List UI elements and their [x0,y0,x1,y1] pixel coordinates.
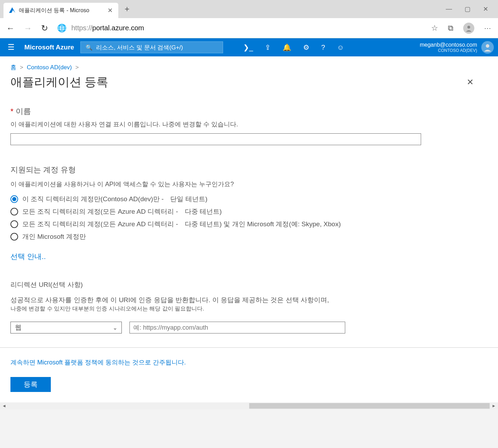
scroll-left-icon[interactable]: ◄ [0,403,8,408]
collections-icon[interactable]: ⧉ [448,24,453,33]
horizontal-scrollbar[interactable]: ◄ ► [0,402,498,409]
redirect-uri-input[interactable] [129,322,345,333]
account-types-help: 이 애플리케이션을 사용하거나 이 API에 액세스할 수 있는 사용자는 누구… [10,180,488,188]
radio-icon [10,195,18,203]
new-tab-button[interactable]: + [118,4,136,14]
favorite-icon[interactable]: ☆ [431,24,438,33]
refresh-button[interactable]: ↻ [41,23,48,33]
name-input[interactable] [10,133,421,145]
radio-label: 이 조직 디렉터리의 계정만(Contoso AD(dev)만 - 단일 테넌트… [22,195,207,204]
url-host: portal.azure.com [92,24,144,32]
settings-icon[interactable]: ⚙ [303,43,309,52]
search-input[interactable]: 🔍 리소스, 서비스 및 문서 검색(G+/) [80,41,223,53]
user-avatar [481,41,494,54]
browser-profile-avatar[interactable] [463,23,474,34]
redirect-desc2: 나중에 변경할 수 있지만 대부분의 인증 시나리오에서는 해당 값이 필요합니… [10,305,488,313]
search-icon: 🔍 [86,44,93,51]
minimize-icon[interactable]: — [446,5,452,13]
feedback-icon[interactable]: ☺ [337,44,344,52]
cloud-shell-icon[interactable]: ❯_ [243,43,253,52]
azure-user-menu[interactable]: meganb@contoso.com CONTOSO AD(DEV) [420,41,498,54]
radio-single-tenant[interactable]: 이 조직 디렉터리의 계정만(Contoso AD(dev)만 - 단일 테넌트… [10,195,488,204]
radio-multi-tenant-personal[interactable]: 모든 조직 디렉터리의 계정(모든 Azure AD 디렉터리 - 다중 테넌트… [10,220,488,229]
user-email: meganb@contoso.com [420,42,477,48]
breadcrumb-tenant[interactable]: Contoso AD(dev) [27,64,72,71]
user-tenant: CONTOSO AD(DEV) [420,48,477,53]
browser-tab[interactable]: 애플리케이션 등록 - Microso ✕ [3,3,118,18]
breadcrumb-home[interactable]: 홈 [10,63,16,71]
footer: 계속하면 Microsoft 플랫폼 정책에 동의하는 것으로 간주됩니다. 등… [0,347,498,402]
notifications-icon[interactable]: 🔔 [283,43,291,52]
radio-personal-only[interactable]: 개인 Microsoft 계정만 [10,232,488,241]
register-button[interactable]: 등록 [10,377,51,392]
policy-link[interactable]: 계속하면 Microsoft 플랫폼 정책에 동의하는 것으로 간주됩니다. [10,358,488,367]
window-controls: — ▢ ✕ [446,5,498,13]
platform-value: 웹 [15,323,22,332]
account-types-radio-group: 이 조직 디렉터리의 계정만(Contoso AD(dev)만 - 단일 테넌트… [10,195,488,241]
hamburger-icon[interactable]: ☰ [4,43,18,52]
redirect-desc1: 성공적으로 사용자를 인증한 후에 이 URI에 인증 응답을 반환합니다. 이… [10,296,488,305]
tab-strip: 애플리케이션 등록 - Microso ✕ + — ▢ ✕ [0,0,498,18]
close-blade-icon[interactable]: ✕ [467,77,488,87]
azure-top-bar: ☰ Microsoft Azure 🔍 리소스, 서비스 및 문서 검색(G+/… [0,38,498,56]
page-title: 애플리케이션 등록 [10,74,108,90]
radio-icon [10,233,18,241]
close-icon[interactable]: ✕ [108,7,113,14]
radio-icon [10,220,18,228]
name-label: *이름 [10,106,488,117]
radio-icon [10,208,18,215]
azure-favicon-icon [9,7,15,14]
person-icon [465,25,472,32]
close-window-icon[interactable]: ✕ [483,5,488,13]
name-help: 이 애플리케이션에 대한 사용자 연결 표시 이름입니다. 나중에 변경할 수 … [10,120,488,128]
chevron-down-icon: ⌄ [113,324,117,331]
address-bar[interactable]: 🌐 https://portal.azure.com [57,24,422,33]
radio-label: 모든 조직 디렉터리의 계정(모든 Azure AD 디렉터리 - 다중 테넌트… [22,207,222,216]
browser-nav-bar: ← → ↻ 🌐 https://portal.azure.com ☆ ⧉ ⋯ [0,18,498,38]
breadcrumb: 홈 > Contoso AD(dev) > [0,56,498,74]
url-protocol: https:// [71,24,92,32]
radio-multi-tenant[interactable]: 모든 조직 디렉터리의 계정(모든 Azure AD 디렉터리 - 다중 테넌트… [10,207,488,216]
platform-select[interactable]: 웹 ⌄ [10,322,122,333]
azure-brand[interactable]: Microsoft Azure [24,44,74,51]
search-placeholder: 리소스, 서비스 및 문서 검색(G+/) [96,44,183,52]
scroll-right-icon[interactable]: ► [490,403,498,408]
directories-icon[interactable]: ⇪ [265,43,271,52]
globe-icon: 🌐 [57,24,66,33]
maximize-icon[interactable]: ▢ [465,5,471,13]
scrollbar-thumb[interactable] [249,403,490,409]
back-button[interactable]: ← [6,23,15,33]
help-me-choose-link[interactable]: 선택 안내.. [10,252,46,261]
account-types-heading: 지원되는 계정 유형 [10,165,488,175]
help-icon[interactable]: ? [321,44,325,52]
svg-point-0 [467,26,470,29]
radio-label: 모든 조직 디렉터리의 계정(모든 Azure AD 디렉터리 - 다중 테넌트… [22,220,341,229]
redirect-title: 리디렉션 URI(선택 사항) [10,280,488,289]
breadcrumb-sep: > [20,64,23,71]
tab-title: 애플리케이션 등록 - Microso [19,7,104,14]
forward-button[interactable]: → [24,23,32,33]
person-icon [483,43,492,52]
radio-label: 개인 Microsoft 계정만 [22,232,86,241]
breadcrumb-sep: > [75,64,79,71]
more-icon[interactable]: ⋯ [484,24,492,32]
svg-point-1 [486,44,489,48]
